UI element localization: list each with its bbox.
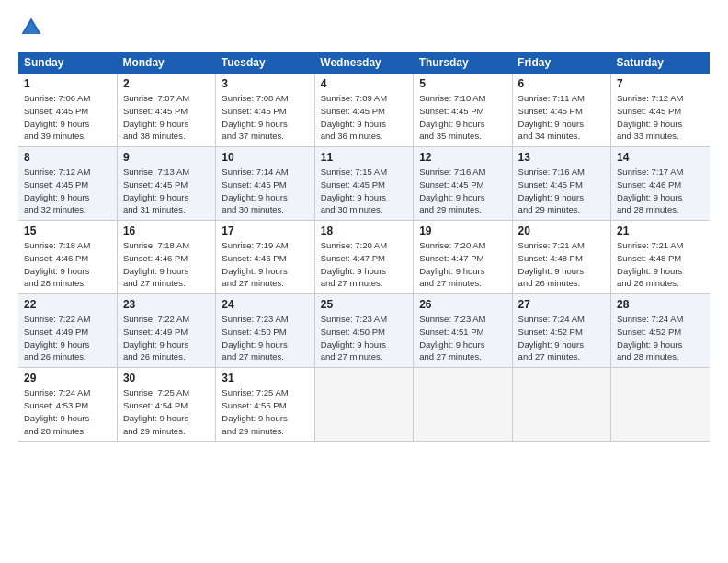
day-number: 5 [419, 77, 506, 90]
calendar-cell: 8Sunrise: 7:12 AMSunset: 4:45 PMDaylight… [18, 147, 117, 221]
day-number: 6 [518, 77, 605, 90]
header-cell-monday: Monday [117, 52, 215, 74]
calendar-cell: 18Sunrise: 7:20 AMSunset: 4:47 PMDayligh… [314, 221, 413, 294]
calendar-cell: 5Sunrise: 7:10 AMSunset: 4:45 PMDaylight… [414, 74, 512, 147]
calendar-cell: 21Sunrise: 7:21 AMSunset: 4:48 PMDayligh… [611, 221, 710, 294]
calendar-cell [314, 368, 413, 442]
header-row: SundayMondayTuesdayWednesdayThursdayFrid… [18, 52, 710, 74]
calendar-cell: 10Sunrise: 7:14 AMSunset: 4:45 PMDayligh… [216, 147, 314, 221]
day-number: 17 [222, 224, 308, 237]
day-info: Sunrise: 7:23 AMSunset: 4:50 PMDaylight:… [321, 313, 407, 363]
header [18, 15, 710, 40]
day-number: 13 [518, 151, 605, 164]
day-number: 30 [123, 372, 210, 385]
header-cell-saturday: Saturday [611, 52, 710, 74]
day-number: 23 [123, 298, 210, 311]
day-info: Sunrise: 7:16 AMSunset: 4:45 PMDaylight:… [518, 166, 605, 216]
calendar-cell: 28Sunrise: 7:24 AMSunset: 4:52 PMDayligh… [611, 294, 710, 368]
day-info: Sunrise: 7:11 AMSunset: 4:45 PMDaylight:… [518, 92, 605, 143]
day-number: 7 [617, 77, 704, 90]
day-info: Sunrise: 7:09 AMSunset: 4:45 PMDaylight:… [321, 92, 407, 143]
day-number: 11 [321, 151, 407, 164]
day-number: 24 [222, 298, 308, 311]
calendar-header: SundayMondayTuesdayWednesdayThursdayFrid… [18, 52, 710, 74]
calendar-cell: 11Sunrise: 7:15 AMSunset: 4:45 PMDayligh… [314, 147, 413, 221]
day-info: Sunrise: 7:16 AMSunset: 4:45 PMDaylight:… [419, 166, 506, 216]
week-row-2: 8Sunrise: 7:12 AMSunset: 4:45 PMDaylight… [18, 147, 710, 221]
day-info: Sunrise: 7:12 AMSunset: 4:45 PMDaylight:… [24, 166, 111, 216]
day-number: 9 [123, 151, 210, 164]
calendar-cell: 22Sunrise: 7:22 AMSunset: 4:49 PMDayligh… [18, 294, 117, 368]
calendar-cell: 3Sunrise: 7:08 AMSunset: 4:45 PMDaylight… [216, 74, 314, 147]
day-info: Sunrise: 7:24 AMSunset: 4:52 PMDaylight:… [518, 313, 605, 363]
week-row-5: 29Sunrise: 7:24 AMSunset: 4:53 PMDayligh… [18, 368, 710, 442]
day-info: Sunrise: 7:22 AMSunset: 4:49 PMDaylight:… [24, 313, 111, 363]
header-cell-sunday: Sunday [18, 52, 117, 74]
day-info: Sunrise: 7:21 AMSunset: 4:48 PMDaylight:… [617, 239, 704, 290]
day-number: 4 [321, 77, 407, 90]
calendar-cell [414, 368, 512, 442]
day-info: Sunrise: 7:25 AMSunset: 4:55 PMDaylight:… [222, 386, 308, 437]
day-number: 18 [321, 224, 407, 237]
day-number: 15 [24, 224, 111, 237]
day-number: 3 [222, 77, 308, 90]
day-info: Sunrise: 7:06 AMSunset: 4:45 PMDaylight:… [24, 92, 111, 143]
day-info: Sunrise: 7:23 AMSunset: 4:51 PMDaylight:… [419, 313, 506, 363]
calendar-cell: 31Sunrise: 7:25 AMSunset: 4:55 PMDayligh… [216, 368, 314, 442]
calendar-body: 1Sunrise: 7:06 AMSunset: 4:45 PMDaylight… [18, 74, 710, 442]
day-number: 8 [24, 151, 111, 164]
day-info: Sunrise: 7:24 AMSunset: 4:53 PMDaylight:… [24, 386, 111, 437]
day-number: 29 [24, 372, 111, 385]
calendar-cell: 26Sunrise: 7:23 AMSunset: 4:51 PMDayligh… [414, 294, 512, 368]
day-number: 31 [222, 372, 308, 385]
day-info: Sunrise: 7:23 AMSunset: 4:50 PMDaylight:… [222, 313, 308, 363]
calendar-cell: 4Sunrise: 7:09 AMSunset: 4:45 PMDaylight… [314, 74, 413, 147]
day-number: 21 [617, 224, 704, 237]
day-info: Sunrise: 7:17 AMSunset: 4:46 PMDaylight:… [617, 166, 704, 216]
calendar-cell: 29Sunrise: 7:24 AMSunset: 4:53 PMDayligh… [18, 368, 117, 442]
logo [18, 15, 48, 40]
calendar-cell: 6Sunrise: 7:11 AMSunset: 4:45 PMDaylight… [512, 74, 610, 147]
logo-icon [18, 15, 44, 40]
day-number: 10 [222, 151, 308, 164]
week-row-4: 22Sunrise: 7:22 AMSunset: 4:49 PMDayligh… [18, 294, 710, 368]
calendar-cell: 16Sunrise: 7:18 AMSunset: 4:46 PMDayligh… [117, 221, 215, 294]
day-info: Sunrise: 7:12 AMSunset: 4:45 PMDaylight:… [617, 92, 704, 143]
calendar-cell: 15Sunrise: 7:18 AMSunset: 4:46 PMDayligh… [18, 221, 117, 294]
day-number: 2 [123, 77, 210, 90]
header-cell-friday: Friday [512, 52, 610, 74]
calendar-cell: 23Sunrise: 7:22 AMSunset: 4:49 PMDayligh… [117, 294, 215, 368]
calendar-cell: 20Sunrise: 7:21 AMSunset: 4:48 PMDayligh… [512, 221, 610, 294]
day-info: Sunrise: 7:21 AMSunset: 4:48 PMDaylight:… [518, 239, 605, 290]
calendar-cell: 7Sunrise: 7:12 AMSunset: 4:45 PMDaylight… [611, 74, 710, 147]
calendar-cell: 24Sunrise: 7:23 AMSunset: 4:50 PMDayligh… [216, 294, 314, 368]
day-info: Sunrise: 7:07 AMSunset: 4:45 PMDaylight:… [123, 92, 210, 143]
calendar-cell [512, 368, 610, 442]
calendar-cell [611, 368, 710, 442]
day-number: 26 [419, 298, 506, 311]
day-number: 19 [419, 224, 506, 237]
header-cell-wednesday: Wednesday [314, 52, 413, 74]
calendar-cell: 27Sunrise: 7:24 AMSunset: 4:52 PMDayligh… [512, 294, 610, 368]
day-number: 25 [321, 298, 407, 311]
day-info: Sunrise: 7:14 AMSunset: 4:45 PMDaylight:… [222, 166, 308, 216]
week-row-1: 1Sunrise: 7:06 AMSunset: 4:45 PMDaylight… [18, 74, 710, 147]
week-row-3: 15Sunrise: 7:18 AMSunset: 4:46 PMDayligh… [18, 221, 710, 294]
day-info: Sunrise: 7:24 AMSunset: 4:52 PMDaylight:… [617, 313, 704, 363]
day-info: Sunrise: 7:18 AMSunset: 4:46 PMDaylight:… [123, 239, 210, 290]
calendar-cell: 25Sunrise: 7:23 AMSunset: 4:50 PMDayligh… [314, 294, 413, 368]
calendar-cell: 12Sunrise: 7:16 AMSunset: 4:45 PMDayligh… [414, 147, 512, 221]
calendar-cell: 19Sunrise: 7:20 AMSunset: 4:47 PMDayligh… [414, 221, 512, 294]
day-info: Sunrise: 7:20 AMSunset: 4:47 PMDaylight:… [321, 239, 407, 290]
header-cell-tuesday: Tuesday [216, 52, 314, 74]
day-info: Sunrise: 7:19 AMSunset: 4:46 PMDaylight:… [222, 239, 308, 290]
header-cell-thursday: Thursday [414, 52, 512, 74]
calendar-cell: 9Sunrise: 7:13 AMSunset: 4:45 PMDaylight… [117, 147, 215, 221]
day-number: 12 [419, 151, 506, 164]
day-info: Sunrise: 7:13 AMSunset: 4:45 PMDaylight:… [123, 166, 210, 216]
day-info: Sunrise: 7:22 AMSunset: 4:49 PMDaylight:… [123, 313, 210, 363]
day-number: 14 [617, 151, 704, 164]
calendar-table: SundayMondayTuesdayWednesdayThursdayFrid… [18, 52, 710, 442]
day-number: 28 [617, 298, 704, 311]
day-info: Sunrise: 7:20 AMSunset: 4:47 PMDaylight:… [419, 239, 506, 290]
